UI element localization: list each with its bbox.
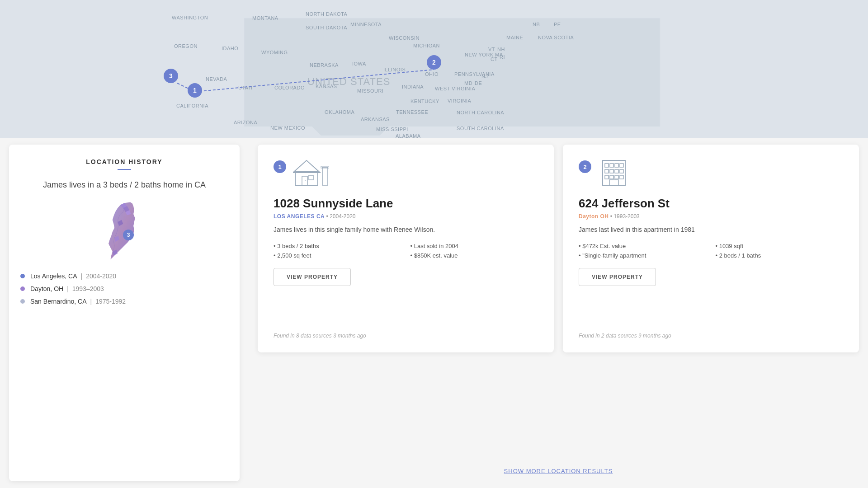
location-item-2: Dayton, OH | 1993–2003 — [20, 285, 228, 292]
map-pin-1[interactable]: 1 — [188, 83, 202, 98]
properties-row: 1 1028 Sunnyside Lane LOS A — [258, 145, 859, 461]
location-dot-1 — [20, 274, 25, 278]
property-description-1: James lives in this single family home w… — [274, 225, 538, 235]
map-label: NEW YORK — [465, 52, 494, 57]
property-header-2: 2 — [579, 158, 843, 188]
map-label: MAINE — [506, 35, 523, 40]
detail-2-3: 2 beds / 1 baths — [716, 252, 844, 259]
property-meta-2: Dayton OH • 1993-2003 — [579, 213, 843, 220]
location-years-1: 2004-2020 — [86, 272, 116, 280]
property-details-1: 3 beds / 2 baths Last sold in 2004 2,500… — [274, 243, 538, 259]
map-label: NOVA SCOTIA — [538, 35, 574, 40]
map-label: IOWA — [352, 61, 366, 66]
map-label: MISSISSIPPI — [376, 127, 408, 132]
property-card-2: 2 — [563, 145, 859, 352]
map-label: MINNESOTA — [350, 22, 382, 27]
map-label: MISSOURI — [357, 88, 383, 94]
property-city-1: LOS ANGELES CA — [274, 213, 325, 220]
map-pin-2[interactable]: 2 — [427, 55, 441, 70]
map-label: MICHIGAN — [413, 43, 440, 48]
svg-rect-22 — [610, 169, 613, 173]
map-label: ARIZONA — [234, 120, 257, 125]
map-label: United States — [307, 76, 390, 88]
map-label: NEBRASKA — [310, 62, 339, 68]
svg-rect-25 — [605, 175, 609, 179]
property-address-2: 624 Jefferson St — [579, 197, 843, 211]
map-label: MONTANA — [252, 15, 278, 21]
property-badge-1: 1 — [274, 160, 286, 173]
map-label: SOUTH CAROLINA — [457, 126, 504, 131]
location-years-2: 1993–2003 — [72, 285, 104, 292]
detail-1-0: 3 beds / 2 baths — [274, 243, 401, 249]
map-label: COLORADO — [274, 85, 305, 90]
property-years-1: • — [326, 213, 330, 220]
map-label: CALIFORNIA — [176, 103, 208, 108]
property-address-1: 1028 Sunnyside Lane — [274, 197, 538, 211]
map-label: ILLINOIS — [383, 67, 406, 72]
map-label: KENTUCKY — [410, 99, 439, 104]
svg-marker-9 — [293, 160, 320, 173]
show-more-link[interactable]: SHOW MORE LOCATION RESULTS — [258, 461, 859, 481]
svg-rect-19 — [615, 164, 618, 167]
location-list: Los Angeles, CA | 2004-2020 Dayton, OH |… — [20, 272, 228, 305]
svg-rect-11 — [309, 175, 313, 180]
building-icon — [598, 158, 634, 188]
view-property-button-2[interactable]: VIEW PROPERTY — [579, 268, 656, 286]
found-text-2: Found in 2 data sources 9 months ago — [579, 333, 843, 339]
house-icon — [293, 158, 329, 188]
map-label: TENNESSEE — [396, 109, 428, 115]
card-description: James lives in a 3 beds / 2 baths home i… — [20, 179, 228, 191]
map-pin-3[interactable]: 3 — [164, 69, 178, 83]
map-label: NORTH DAKOTA — [306, 11, 347, 17]
svg-rect-26 — [610, 175, 613, 179]
card-divider — [118, 169, 131, 170]
detail-1-3: $850K est. value — [410, 252, 538, 259]
map-label: DE — [475, 80, 482, 86]
map-label: IDAHO — [222, 46, 238, 51]
map-label: INDIANA — [402, 84, 424, 89]
location-item-3: San Bernardino, CA | 1975-1992 — [20, 298, 228, 305]
map-label: WYOMING — [261, 50, 288, 55]
svg-rect-18 — [610, 164, 613, 167]
location-history-card: LOCATION HISTORY James lives in a 3 beds… — [9, 145, 240, 481]
svg-rect-23 — [615, 169, 618, 173]
svg-rect-20 — [620, 164, 623, 167]
map-label: RI — [500, 54, 505, 60]
map-label: PENNSYLVANIA — [454, 71, 495, 77]
map-label: NEVADA — [206, 76, 227, 82]
location-name-2: Dayton, OH — [30, 285, 63, 292]
state-map-container: 3 — [20, 200, 228, 263]
property-meta-1: LOS ANGELES CA • 2004-2020 — [274, 213, 538, 220]
map-label: WEST VIRGINIA — [435, 86, 475, 91]
svg-rect-13 — [322, 167, 328, 185]
svg-rect-28 — [620, 175, 623, 179]
found-text-1: Found in 8 data sources 3 months ago — [274, 333, 538, 339]
detail-2-1: 1039 sqft — [716, 243, 844, 249]
detail-1-1: Last sold in 2004 — [410, 243, 538, 249]
location-name-3: San Bernardino, CA — [30, 298, 87, 305]
map-label: VIRGINIA — [448, 98, 471, 103]
map-label: MD — [464, 80, 472, 86]
map-label: WASHINGTON — [172, 15, 208, 20]
card-title: LOCATION HISTORY — [20, 158, 228, 165]
detail-1-2: 2,500 sq feet — [274, 252, 401, 259]
map-label: CT — [491, 56, 498, 62]
location-years-3: 1975-1992 — [95, 298, 126, 305]
map-label: NH — [497, 47, 505, 52]
location-dot-3 — [20, 299, 25, 304]
property-period-1: 2004-2020 — [330, 213, 355, 220]
map-label: VT — [488, 47, 495, 52]
svg-rect-24 — [620, 169, 623, 173]
map-label: NB — [533, 22, 540, 27]
bottom-panel: LOCATION HISTORY James lives in a 3 beds… — [0, 138, 868, 488]
properties-section: 1 1028 Sunnyside Lane LOS A — [249, 138, 868, 488]
svg-rect-29 — [609, 180, 618, 185]
view-property-button-1[interactable]: VIEW PROPERTY — [274, 268, 351, 286]
svg-rect-17 — [605, 164, 609, 167]
property-details-2: $472k Est. value 1039 sqft "Single-famil… — [579, 243, 843, 259]
map-label: PE — [554, 22, 561, 27]
property-card-1: 1 1028 Sunnyside Lane LOS A — [258, 145, 554, 352]
map-label: NORTH CAROLINA — [457, 110, 504, 115]
state-map-pin: 3 — [123, 230, 134, 240]
detail-2-2: "Single-family apartment — [579, 252, 707, 259]
